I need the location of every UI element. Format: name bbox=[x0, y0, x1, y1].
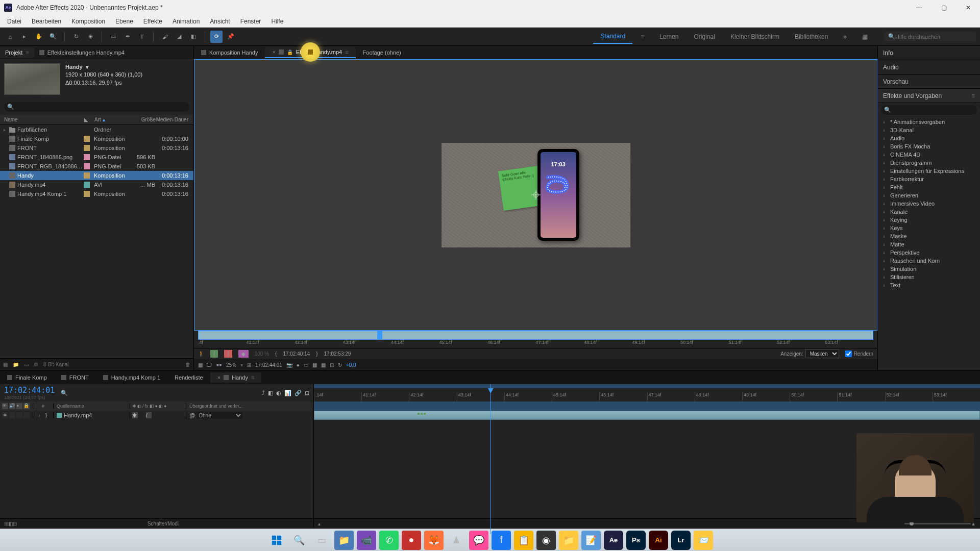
timeline-layer-row[interactable]: 👁 ›1 Handy.mp4 ✱/ @ Ohne bbox=[0, 411, 313, 420]
camera-icon[interactable]: 📷 bbox=[286, 362, 292, 368]
selection-tool[interactable]: ▸ bbox=[18, 31, 31, 43]
chevron-down-icon[interactable]: ▾ bbox=[86, 63, 89, 71]
workspace-settings-icon[interactable]: ▦ bbox=[855, 30, 875, 43]
taskbar-firefox-icon[interactable]: 🦊 bbox=[424, 531, 444, 550]
in-bracket[interactable]: { bbox=[275, 351, 277, 357]
out-time[interactable]: 17:02:53:29 bbox=[324, 351, 351, 357]
in-time[interactable]: 17:02:40:14 bbox=[283, 351, 310, 357]
panel-preview[interactable]: Vorschau bbox=[878, 74, 980, 89]
project-search[interactable]: 🔍 bbox=[4, 102, 189, 112]
settings-icon[interactable]: ⚙ bbox=[34, 362, 38, 367]
mask-icon[interactable]: 👓 bbox=[216, 362, 222, 368]
out-point-icon[interactable]: } bbox=[224, 350, 232, 358]
clone-tool[interactable]: ◢ bbox=[173, 31, 185, 43]
link-icon[interactable]: 🔗 bbox=[295, 390, 302, 396]
col-size[interactable]: Größe bbox=[131, 117, 156, 122]
preset-category[interactable]: Immersives Video bbox=[878, 199, 980, 208]
panel-presets[interactable]: Effekte und Vorgaben≡ bbox=[878, 89, 980, 103]
tl-tab-renderlist[interactable]: Renderliste bbox=[167, 372, 210, 383]
preset-category[interactable]: Fehlt bbox=[878, 183, 980, 191]
workspace-original[interactable]: Original bbox=[687, 30, 722, 43]
eraser-tool[interactable]: ◧ bbox=[187, 31, 200, 43]
maximize-button[interactable]: ▢ bbox=[936, 4, 951, 11]
taskbar-lr-icon[interactable]: Lr bbox=[671, 531, 691, 550]
menu-file[interactable]: Datei bbox=[2, 16, 27, 27]
col-source-name[interactable]: Quellenname bbox=[53, 404, 130, 409]
taskbar-facebook-icon[interactable]: f bbox=[492, 531, 511, 550]
preset-category[interactable]: Stilisieren bbox=[878, 273, 980, 281]
preset-category[interactable]: Matte bbox=[878, 240, 980, 248]
menu-composition[interactable]: Komposition bbox=[66, 16, 110, 27]
minimize-button[interactable]: — bbox=[912, 4, 927, 11]
brush-tool[interactable]: 🖌 bbox=[159, 31, 171, 43]
preset-category[interactable]: Audio bbox=[878, 134, 980, 142]
eye-col-icon[interactable]: 👁 bbox=[2, 403, 8, 409]
project-item[interactable]: FRONT_1840886.pngPNG-Datei596 KB bbox=[0, 153, 193, 162]
timeline-timecode[interactable]: 17:02:44:01 bbox=[4, 386, 55, 395]
preset-category[interactable]: Keys bbox=[878, 224, 980, 232]
taskbar-explorer-icon[interactable]: 📁 bbox=[334, 531, 354, 550]
menu-help[interactable]: Hilfe bbox=[266, 16, 288, 27]
graph-icon[interactable]: 📊 bbox=[284, 390, 291, 396]
orbit-tool[interactable]: ↻ bbox=[70, 31, 82, 43]
project-item[interactable]: FRONTKomposition0:00:13:16 bbox=[0, 143, 193, 153]
menu-view[interactable]: Ansicht bbox=[205, 16, 235, 27]
project-item[interactable]: HandyKomposition0:00:13:16 bbox=[0, 171, 193, 180]
viewer-tab-footage[interactable]: Footage (ohne) bbox=[356, 47, 408, 58]
layer-visibility-icon[interactable]: 👁 bbox=[2, 412, 8, 418]
tab-project[interactable]: Projekt≡ bbox=[0, 47, 34, 58]
region-icon[interactable]: ⊡ bbox=[330, 362, 334, 368]
taskbar-app3-icon[interactable]: ♟ bbox=[447, 531, 466, 550]
taskbar-app2-icon[interactable]: ● bbox=[402, 531, 421, 550]
channel-icon[interactable]: ▭ bbox=[304, 362, 308, 368]
panel-info[interactable]: Info bbox=[878, 46, 980, 60]
preset-category[interactable]: Farbkorrektur bbox=[878, 175, 980, 183]
bpc-label[interactable]: 8-Bit-Kanal bbox=[43, 362, 68, 367]
preset-category[interactable]: Rauschen und Korn bbox=[878, 257, 980, 265]
interp-icon[interactable]: ▦ bbox=[3, 362, 8, 367]
project-item[interactable]: FRONT_RGB_1840886.pngPNG-Datei503 KB bbox=[0, 162, 193, 171]
tl-tab-komp1[interactable]: Handy.mp4 Komp 1 bbox=[96, 372, 167, 383]
project-item[interactable]: ▸FarbflächenOrdner bbox=[0, 125, 193, 134]
panel-audio[interactable]: Audio bbox=[878, 60, 980, 74]
tl-tab-handy[interactable]: ×Handy≡ bbox=[210, 372, 262, 383]
taskbar-obs-icon[interactable]: ◉ bbox=[536, 531, 556, 550]
hand-tool[interactable]: ✋ bbox=[33, 31, 45, 43]
preset-category[interactable]: Text bbox=[878, 281, 980, 289]
solo-col-icon[interactable]: ● bbox=[16, 403, 22, 409]
lock-col-icon[interactable]: 🔒 bbox=[23, 403, 30, 409]
taskbar-search-icon[interactable]: 🔍 bbox=[289, 531, 309, 550]
frame-blend-icon[interactable]: ◧ bbox=[268, 390, 273, 396]
preset-category[interactable]: Simulation bbox=[878, 265, 980, 273]
mini-timeline[interactable] bbox=[198, 331, 873, 340]
taskbar-taskview-icon[interactable]: ▭ bbox=[312, 531, 331, 550]
pickwhip-icon[interactable]: @ bbox=[189, 412, 195, 418]
menu-window[interactable]: Fenster bbox=[235, 16, 266, 27]
col-parent[interactable]: Übergeordnet und verkn... bbox=[186, 404, 313, 409]
viewer-tab-layer[interactable]: × 🔒 Ebene Handy.mp4 ≡ bbox=[265, 47, 355, 58]
trash-icon[interactable]: 🗑 bbox=[185, 362, 190, 367]
tl-tab-finale[interactable]: Finale Komp bbox=[0, 372, 54, 383]
taskbar-app-icon[interactable]: 📹 bbox=[357, 531, 376, 550]
preset-category[interactable]: 3D-Kanal bbox=[878, 126, 980, 134]
tab-effect-controls[interactable]: Effekteinstellungen Handy.mp4 bbox=[34, 47, 130, 58]
playhead[interactable] bbox=[491, 384, 491, 534]
taskbar-notepad-icon[interactable]: 📝 bbox=[581, 531, 601, 550]
layer-name[interactable]: Handy.mp4 bbox=[64, 412, 92, 418]
project-item[interactable]: Finale KompKomposition0:00:10:00 bbox=[0, 134, 193, 143]
zoom-tool[interactable]: 🔍 bbox=[47, 31, 59, 43]
anzeigen-dropdown[interactable]: Masken bbox=[805, 349, 839, 358]
puppet-tool[interactable]: 📌 bbox=[225, 31, 237, 43]
help-search[interactable]: 🔍 bbox=[884, 32, 976, 41]
tl-tab-front[interactable]: FRONT bbox=[54, 372, 96, 383]
preset-category[interactable]: CINEMA 4D bbox=[878, 151, 980, 159]
search-icon[interactable]: 🔍 bbox=[61, 390, 68, 396]
preset-category[interactable]: * Animationsvorgaben bbox=[878, 118, 980, 126]
walk-icon[interactable]: 🚶 bbox=[198, 351, 204, 357]
refresh-icon[interactable]: ↻ bbox=[338, 362, 342, 368]
taskbar-messenger-icon[interactable]: 💬 bbox=[469, 531, 488, 550]
workspace-more[interactable]: » bbox=[836, 30, 854, 43]
preset-category[interactable]: Keying bbox=[878, 216, 980, 224]
taskbar-ps-icon[interactable]: Ps bbox=[626, 531, 646, 550]
close-button[interactable]: ✕ bbox=[961, 4, 976, 11]
